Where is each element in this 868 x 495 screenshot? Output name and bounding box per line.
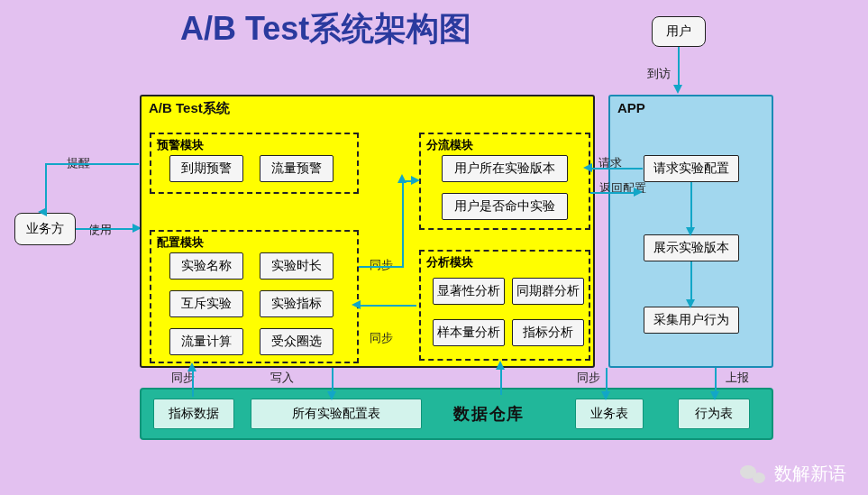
edge-label-sync1: 同步 [370,257,393,273]
edge-label-visit: 到访 [647,66,671,82]
app-label: APP [617,100,645,115]
edge-label-write: 写入 [270,370,294,386]
diversion-module-label: 分流模块 [426,137,473,153]
dw-item-3: 行为表 [678,399,750,429]
diversion-item-0: 用户所在实验版本 [442,155,568,182]
edge-label-sync2: 同步 [370,330,393,346]
analysis-item-3: 指标分析 [512,319,584,346]
dw-item-2: 业务表 [575,399,644,429]
analysis-module-label: 分析模块 [426,254,473,270]
config-item-5: 受众圈选 [260,328,333,355]
watermark-text: 数解新语 [774,462,846,486]
config-item-0: 实验名称 [169,252,243,280]
page-title: A/B Test系统架构图 [180,7,471,51]
diversion-item-1: 用户是否命中实验 [442,193,568,220]
analysis-item-1: 同期群分析 [512,278,584,305]
analysis-item-2: 样本量分析 [433,319,505,346]
node-business: 业务方 [14,213,76,245]
edge-label-sync4: 同步 [577,370,600,386]
alert-module-label: 预警模块 [157,137,204,153]
node-user: 用户 [652,16,706,47]
watermark: 数解新语 [740,462,846,486]
config-item-1: 实验时长 [260,252,333,280]
app-item-1: 展示实验版本 [644,234,739,261]
arrow-visit [673,85,682,94]
analysis-item-0: 显著性分析 [433,278,505,305]
alert-item-1: 流量预警 [260,155,333,182]
config-module-label: 配置模块 [157,234,204,251]
edge-label-use: 使用 [88,222,112,238]
abtest-system-label: A/B Test系统 [149,100,230,117]
dw-item-1: 所有实验配置表 [251,399,422,429]
dw-item-0: 指标数据 [153,399,234,429]
app-item-0: 请求实验配置 [644,155,739,182]
edge-label-report: 上报 [726,370,749,386]
config-item-3: 实验指标 [260,290,333,317]
data-warehouse-label: 数据仓库 [453,403,525,425]
alert-item-0: 到期预警 [169,155,243,182]
config-item-4: 流量计算 [169,328,243,355]
config-item-2: 互斥实验 [169,290,243,317]
app-item-2: 采集用户行为 [644,307,739,334]
wechat-icon [740,463,765,485]
